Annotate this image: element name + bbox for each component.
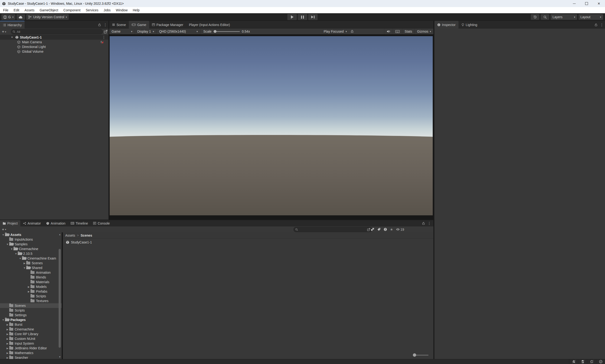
create-object-button[interactable]: + ▾ bbox=[1, 29, 7, 34]
project-tree-item[interactable]: Burst bbox=[0, 322, 62, 327]
tab[interactable]: Inspector bbox=[434, 21, 459, 29]
tab[interactable]: Player (Input Actions Editor) bbox=[186, 21, 233, 29]
display-target-dropdown[interactable]: Game ▾ bbox=[109, 29, 135, 34]
picker-icon[interactable] bbox=[367, 228, 370, 231]
tab[interactable]: Project bbox=[0, 220, 20, 226]
tab[interactable]: Package Manager bbox=[149, 21, 186, 29]
project-tree-item[interactable]: Searcher bbox=[0, 355, 62, 359]
project-tree-item[interactable]: Shared bbox=[0, 265, 62, 270]
search-button[interactable] bbox=[541, 14, 549, 20]
project-tree-item[interactable]: InputActions bbox=[0, 237, 62, 242]
background-tasks-icon[interactable] bbox=[596, 359, 605, 364]
tab[interactable]: Animator bbox=[20, 220, 43, 226]
gizmos-dropdown[interactable]: Gizmos ▾ bbox=[414, 29, 433, 34]
hierarchy-item[interactable]: Global Volume bbox=[0, 49, 108, 54]
hierarchy-search-input[interactable] bbox=[16, 30, 101, 34]
lock-icon[interactable] bbox=[422, 222, 425, 225]
tab[interactable]: Scene bbox=[109, 21, 129, 29]
fold-arrow-icon[interactable] bbox=[6, 328, 9, 331]
project-tree-item[interactable]: Animation bbox=[0, 270, 62, 275]
menu-item[interactable]: File bbox=[0, 8, 11, 12]
undo-history-button[interactable] bbox=[531, 14, 539, 20]
project-tree-item[interactable]: Cinemachine bbox=[0, 327, 62, 332]
fold-open-icon[interactable]: ▼ bbox=[10, 36, 14, 39]
minimize-button[interactable] bbox=[568, 0, 580, 7]
search-by-type-icon[interactable] bbox=[371, 228, 374, 231]
scale-slider[interactable] bbox=[213, 31, 240, 32]
asset-item[interactable]: StudyCase1-1 bbox=[63, 240, 433, 245]
project-tree-item[interactable]: Packages bbox=[0, 317, 62, 322]
project-tree-item[interactable]: Cinemachine Exam bbox=[0, 256, 62, 261]
project-tree-item[interactable]: Mathematics bbox=[0, 351, 62, 355]
scene-header-row[interactable]: ▼ StudyCase1-1 ⋮ bbox=[0, 35, 108, 40]
project-tree-item[interactable]: Cinemachine bbox=[0, 247, 62, 251]
project-tree-item[interactable]: Models bbox=[0, 284, 62, 289]
hidden-count-toggle[interactable]: 19 bbox=[396, 228, 404, 231]
fold-arrow-icon[interactable] bbox=[18, 257, 22, 260]
tree-scrollbar[interactable]: ▲ ▼ bbox=[58, 232, 62, 359]
auto-refresh-status-icon[interactable] bbox=[587, 359, 596, 364]
project-tree-item[interactable]: Assets bbox=[0, 232, 62, 237]
project-search-field[interactable] bbox=[294, 227, 372, 232]
tab[interactable]: Game bbox=[129, 21, 149, 29]
scrollbar-thumb[interactable] bbox=[59, 249, 61, 348]
kebab-menu-icon[interactable]: ⋮ bbox=[427, 221, 431, 225]
project-tree-item[interactable]: Textures bbox=[0, 299, 62, 303]
project-tree-item[interactable]: Settings bbox=[0, 313, 62, 317]
kebab-menu-icon[interactable]: ⋮ bbox=[600, 23, 604, 27]
scale-slider-thumb[interactable] bbox=[214, 30, 217, 33]
tab[interactable]: Lighting bbox=[459, 21, 480, 29]
restore-button[interactable] bbox=[580, 0, 593, 7]
fold-arrow-icon[interactable] bbox=[14, 252, 18, 255]
favorites-star-icon[interactable]: ★ bbox=[390, 227, 393, 232]
scroll-down-icon[interactable]: ▼ bbox=[58, 355, 62, 359]
project-tree-item[interactable]: Custom NUnit bbox=[0, 336, 62, 341]
project-search-input[interactable] bbox=[299, 227, 366, 231]
lock-icon[interactable] bbox=[98, 23, 101, 26]
fold-arrow-icon[interactable] bbox=[27, 290, 30, 293]
fold-arrow-icon[interactable] bbox=[6, 342, 9, 345]
fold-arrow-icon[interactable] bbox=[23, 262, 26, 264]
project-tree-item[interactable]: Core RP Library bbox=[0, 332, 62, 336]
capture-keyboard-button[interactable] bbox=[393, 29, 402, 34]
debug-bug-icon[interactable] bbox=[350, 29, 354, 33]
display-dropdown[interactable]: Display 1 ▾ bbox=[135, 29, 157, 34]
fold-arrow-icon[interactable] bbox=[23, 267, 26, 269]
menu-item[interactable]: Component bbox=[61, 8, 83, 12]
fold-arrow-icon[interactable] bbox=[6, 347, 9, 350]
version-control-button[interactable]: Unity Version Control ▾ bbox=[26, 14, 69, 20]
lock-icon[interactable] bbox=[594, 23, 598, 26]
fold-arrow-icon[interactable] bbox=[6, 333, 9, 335]
project-tree-item[interactable]: Blends bbox=[0, 275, 62, 280]
breadcrumb-current[interactable]: Scenes bbox=[81, 234, 92, 237]
hierarchy-item[interactable]: Main Camera bbox=[0, 40, 108, 44]
hidden-packages-icon[interactable] bbox=[384, 228, 387, 231]
menu-item[interactable]: Help bbox=[130, 8, 142, 12]
menu-item[interactable]: Services bbox=[83, 8, 101, 12]
layout-dropdown[interactable]: Layout ▾ bbox=[579, 14, 603, 20]
fold-arrow-icon[interactable] bbox=[6, 243, 9, 246]
fold-arrow-icon[interactable] bbox=[1, 319, 5, 321]
layers-dropdown[interactable]: Layers ▾ bbox=[551, 14, 577, 20]
hierarchy-item[interactable]: Directional Light bbox=[0, 44, 108, 49]
debugger-status-icon[interactable] bbox=[569, 359, 578, 364]
account-button[interactable]: G ▾ bbox=[1, 14, 15, 20]
fold-arrow-icon[interactable] bbox=[6, 356, 9, 359]
mute-audio-button[interactable] bbox=[384, 29, 393, 34]
play-focused-dropdown[interactable]: Play Focused ▾ bbox=[321, 29, 349, 34]
tab-hierarchy[interactable]: Hierarchy bbox=[0, 21, 25, 29]
fold-arrow-icon[interactable] bbox=[6, 352, 9, 354]
create-asset-button[interactable]: + ▾ bbox=[1, 227, 7, 232]
scroll-up-icon[interactable]: ▲ bbox=[58, 233, 62, 236]
menu-item[interactable]: Window bbox=[113, 8, 130, 12]
project-tree-item[interactable]: Scenes bbox=[0, 261, 62, 265]
picker-icon[interactable] bbox=[104, 30, 107, 34]
pause-button[interactable] bbox=[298, 14, 307, 20]
menu-item[interactable]: Jobs bbox=[101, 8, 113, 12]
game-render-surface[interactable] bbox=[110, 36, 433, 215]
project-tree-item[interactable]: Samples bbox=[0, 242, 62, 247]
fold-arrow-icon[interactable] bbox=[6, 323, 9, 326]
project-tree-item[interactable]: Scripts bbox=[0, 308, 62, 313]
tab[interactable]: Console bbox=[90, 220, 112, 226]
fold-arrow-icon[interactable] bbox=[27, 286, 30, 288]
